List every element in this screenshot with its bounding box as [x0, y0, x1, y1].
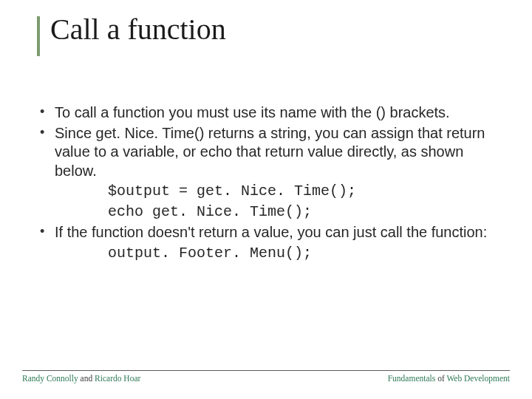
footer: Randy Connolly and Ricardo Hoar Fundamen…: [22, 370, 510, 383]
bullet-item: To call a function you must use its name…: [35, 103, 502, 123]
slide-title: Call a function: [50, 13, 226, 46]
content-body: To call a function you must use its name…: [35, 103, 502, 265]
inline-code: get. Nice. Time(): [96, 125, 205, 141]
code-line: $output = get. Nice. Time();: [55, 182, 502, 201]
bullet-item: Since get. Nice. Time() returns a string…: [35, 124, 502, 222]
footer-book-part: Fundamentals: [388, 374, 436, 383]
footer-text: and: [78, 374, 95, 383]
footer-author: Ricardo Hoar: [95, 374, 140, 383]
bullet-text: To call a function you must use its name…: [55, 104, 450, 120]
footer-text: of: [435, 374, 446, 383]
title-accent-bar: [37, 16, 40, 56]
bullet-list: To call a function you must use its name…: [35, 103, 502, 263]
bullet-item: If the function doesn't return a value, …: [35, 223, 502, 263]
bullet-text-part: Since: [55, 125, 96, 141]
footer-book-part: Web Development: [446, 374, 510, 383]
title-block: Call a function: [37, 13, 226, 56]
footer-left: Randy Connolly and Ricardo Hoar: [22, 374, 140, 383]
slide: Call a function To call a function you m…: [0, 0, 532, 399]
code-line: echo get. Nice. Time();: [55, 202, 502, 222]
code-line: output. Footer. Menu();: [55, 244, 502, 263]
footer-author: Randy Connolly: [22, 374, 78, 383]
bullet-text: If the function doesn't return a value, …: [55, 224, 487, 240]
footer-right: Fundamentals of Web Development: [388, 374, 510, 383]
